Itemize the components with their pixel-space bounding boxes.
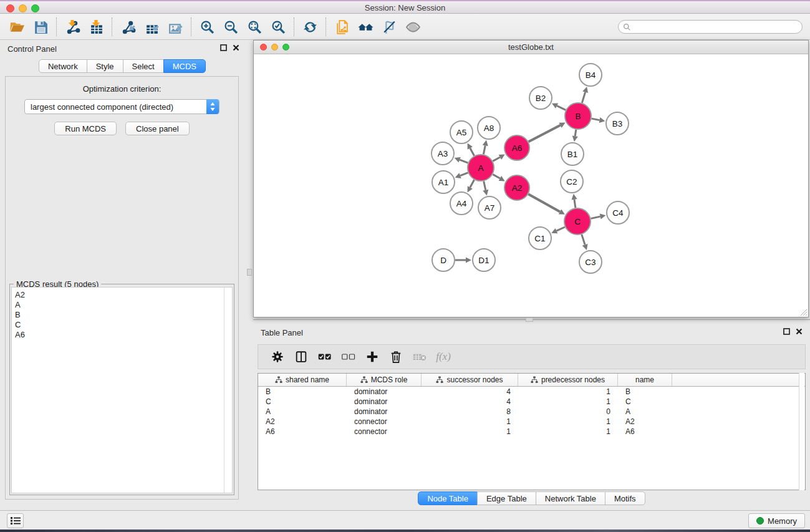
table-cell[interactable]: B <box>618 387 672 397</box>
column-header-MCDS-role[interactable]: MCDS role <box>347 374 422 386</box>
graph-node-A8[interactable]: A8 <box>478 117 500 139</box>
tab-mcds[interactable]: MCDS <box>163 59 206 73</box>
duplicate-network-button[interactable] <box>330 16 354 37</box>
graph-edge-C-C2[interactable] <box>572 194 577 208</box>
graph-node-C2[interactable]: C2 <box>561 170 583 193</box>
close-panel-button[interactable]: Close panel <box>125 122 190 135</box>
tab-network-table[interactable]: Network Table <box>536 491 605 505</box>
table-cell[interactable]: connector <box>347 417 422 427</box>
tab-style[interactable]: Style <box>87 59 123 73</box>
float-panel-icon[interactable] <box>220 44 227 51</box>
refresh-button[interactable] <box>298 16 322 37</box>
table-row[interactable]: A6connector11A6 <box>258 427 805 437</box>
table-row[interactable]: Cdominator41C <box>258 397 805 407</box>
graph-node-A6[interactable]: A6 <box>504 135 529 160</box>
table-cell[interactable]: 1 <box>422 427 518 437</box>
table-cell[interactable]: 1 <box>518 387 618 397</box>
graph-node-C4[interactable]: C4 <box>607 201 629 224</box>
graph-node-B[interactable]: B <box>565 103 591 129</box>
resize-grip-icon[interactable] <box>799 308 808 316</box>
table-cell[interactable]: 1 <box>518 427 618 437</box>
add-row-button[interactable] <box>360 347 384 367</box>
tab-node-table[interactable]: Node Table <box>418 491 478 505</box>
column-header-predecessor-nodes[interactable]: predecessor nodes <box>518 374 618 386</box>
table-row[interactable]: Bdominator41B <box>258 387 805 397</box>
graph-edge-A-A1[interactable] <box>455 173 468 178</box>
table-cell[interactable]: dominator <box>347 407 422 417</box>
hide-unselected-button[interactable] <box>377 16 401 37</box>
graph-node-A3[interactable]: A3 <box>432 142 454 165</box>
graph-edge-B-B2[interactable] <box>552 104 566 110</box>
graph-edge-C-C3[interactable] <box>582 235 588 250</box>
graph-node-B2[interactable]: B2 <box>529 87 552 109</box>
table-cell[interactable]: C <box>258 397 347 407</box>
table-cell[interactable]: A2 <box>618 417 672 427</box>
graph-edge-A2-C[interactable] <box>528 194 565 215</box>
run-mcds-button[interactable]: Run MCDS <box>54 122 117 135</box>
graph-edge-B-B4[interactable] <box>582 87 588 103</box>
zoom-in-button[interactable] <box>195 16 219 37</box>
result-item[interactable]: A6 <box>15 330 232 340</box>
import-network-button[interactable] <box>60 16 84 37</box>
delete-row-button[interactable] <box>384 347 408 367</box>
graph-edge-D-D1[interactable] <box>455 257 471 263</box>
table-cell[interactable]: A6 <box>258 427 347 437</box>
close-table-panel-icon[interactable] <box>796 328 803 335</box>
graph-node-D[interactable]: D <box>432 249 455 271</box>
table-cell[interactable]: C <box>618 397 672 407</box>
column-header-shared-name[interactable]: shared name <box>258 374 347 386</box>
graph-edge-A6-B[interactable] <box>529 123 566 142</box>
table-cell[interactable]: 4 <box>422 397 518 407</box>
column-header-successor-nodes[interactable]: successor nodes <box>422 374 518 386</box>
float-table-panel-icon[interactable] <box>783 328 790 335</box>
tab-edge-table[interactable]: Edge Table <box>477 491 536 505</box>
import-table-button[interactable] <box>84 16 108 37</box>
show-all-button[interactable] <box>401 16 425 37</box>
table-cell[interactable]: A6 <box>618 427 672 437</box>
graph-edge-A-A5[interactable] <box>468 143 475 156</box>
table-cell[interactable]: A <box>618 407 672 417</box>
table-cell[interactable]: dominator <box>347 397 422 407</box>
memory-button[interactable]: Memory <box>748 513 805 528</box>
graph-node-B1[interactable]: B1 <box>561 143 584 165</box>
export-table-button[interactable] <box>140 16 163 37</box>
result-item[interactable]: C <box>15 320 232 330</box>
graph-node-B3[interactable]: B3 <box>606 112 629 135</box>
tab-select[interactable]: Select <box>123 59 164 73</box>
zoom-fit-button[interactable] <box>243 16 266 37</box>
tab-network[interactable]: Network <box>39 59 87 73</box>
graph-node-B4[interactable]: B4 <box>579 64 602 86</box>
table-cell[interactable]: 1 <box>518 397 618 407</box>
settings-gear-button[interactable] <box>266 347 289 367</box>
table-cell[interactable]: connector <box>347 427 422 437</box>
table-cell[interactable]: B <box>258 387 347 397</box>
show-columns-button[interactable] <box>289 347 313 367</box>
table-cell[interactable]: 1 <box>422 417 518 427</box>
show-panels-button[interactable] <box>7 513 24 528</box>
zoom-selected-button[interactable] <box>266 16 290 37</box>
graph-node-C1[interactable]: C1 <box>529 227 551 249</box>
table-row[interactable]: A2connector11A2 <box>258 417 805 427</box>
result-item[interactable]: B <box>15 310 232 320</box>
deselect-all-button[interactable] <box>337 347 360 367</box>
select-all-button[interactable] <box>313 347 337 367</box>
graph-edge-A-A8[interactable] <box>483 140 488 155</box>
graph-edge-B-B1[interactable] <box>572 130 578 142</box>
graph-node-A2[interactable]: A2 <box>504 175 529 200</box>
graph-node-A[interactable]: A <box>468 155 494 181</box>
table-scrollbar[interactable] <box>799 373 804 490</box>
graph-edge-C-C4[interactable] <box>591 214 606 220</box>
result-item[interactable]: A2 <box>15 290 232 300</box>
search-input[interactable] <box>634 21 802 32</box>
network-canvas[interactable]: B4B2BB3A5A8A6A3B1AA1C2A2A4A7CC4C1C3DD1 <box>254 54 808 317</box>
table-cell[interactable]: 1 <box>518 417 618 427</box>
graph-node-A5[interactable]: A5 <box>450 121 473 143</box>
graph-edge-A-A6[interactable] <box>493 155 504 162</box>
horizontal-splitter-handle[interactable] <box>526 317 533 322</box>
graph-node-A1[interactable]: A1 <box>432 171 455 193</box>
graph-node-C[interactable]: C <box>564 208 591 235</box>
graph-node-A4[interactable]: A4 <box>450 192 473 215</box>
table-cell[interactable]: 8 <box>422 407 518 417</box>
result-scrollbar[interactable] <box>224 288 232 493</box>
export-network-button[interactable] <box>116 16 140 37</box>
